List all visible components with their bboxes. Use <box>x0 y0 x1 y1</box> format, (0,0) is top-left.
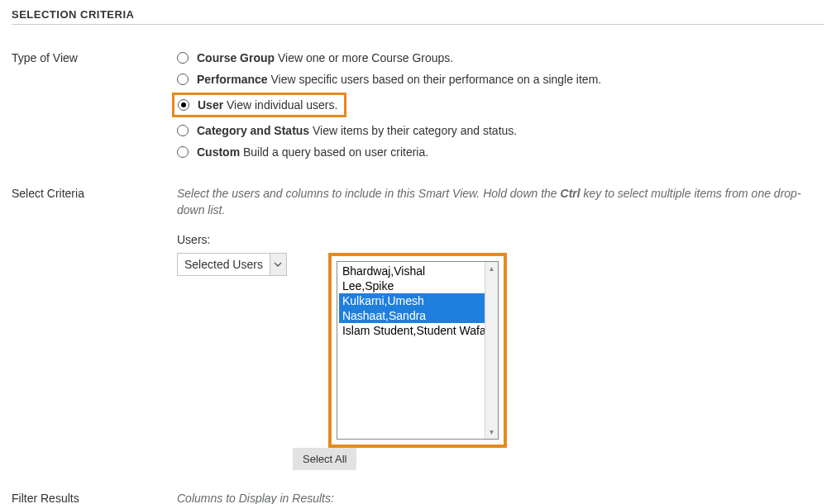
criteria-help-bold: Ctrl <box>561 187 580 200</box>
view-option-performance[interactable]: Performance View specific users based on… <box>177 71 824 88</box>
view-option-custom[interactable]: Custom Build a query based on user crite… <box>177 144 824 160</box>
view-option-label: User View individual users. <box>198 97 337 113</box>
radio-icon[interactable] <box>177 125 189 136</box>
radio-icon[interactable] <box>178 99 189 111</box>
view-option-label: Custom Build a query based on user crite… <box>197 144 428 160</box>
view-option-category-and-status[interactable]: Category and Status View items by their … <box>177 122 824 139</box>
users-mode-value: Selected Users <box>178 254 270 275</box>
radio-icon[interactable] <box>177 74 189 85</box>
list-item[interactable]: Lee,Spike <box>339 278 485 293</box>
list-item[interactable]: Nashaat,Sandra <box>339 308 485 323</box>
chevron-down-icon <box>270 254 286 275</box>
users-multi-select[interactable]: Bhardwaj,VishalLee,SpikeKulkarni,UmeshNa… <box>337 261 499 440</box>
label-type-of-view: Type of View <box>12 50 177 165</box>
view-option-label: Category and Status View items by their … <box>197 122 517 139</box>
radio-icon[interactable] <box>177 146 189 158</box>
view-option-label: Course Group View one or more Course Gro… <box>197 50 453 66</box>
list-item[interactable]: Islam Student,Student Wafa <box>339 323 485 338</box>
row-select-criteria: Select Criteria Select the users and col… <box>12 185 824 470</box>
users-label: Users: <box>177 233 824 246</box>
columns-display-label: Columns to Display in Results: <box>177 490 824 504</box>
scroll-up-icon: ▴ <box>490 264 494 273</box>
select-all-button[interactable]: Select All <box>293 448 356 470</box>
users-list-highlight: Bhardwaj,VishalLee,SpikeKulkarni,UmeshNa… <box>328 253 507 448</box>
criteria-help-pre: Select the users and columns to include … <box>177 187 561 200</box>
view-option-course-group[interactable]: Course Group View one or more Course Gro… <box>177 50 824 66</box>
scrollbar[interactable]: ▴ ▾ <box>485 262 498 439</box>
scroll-down-icon: ▾ <box>490 428 494 436</box>
type-of-view-options: Course Group View one or more Course Gro… <box>177 50 824 165</box>
list-item[interactable]: Kulkarni,Umesh <box>339 293 485 308</box>
label-filter-results: Filter Results <box>12 490 177 504</box>
view-option-user[interactable]: User View individual users. <box>177 93 824 117</box>
criteria-help-text: Select the users and columns to include … <box>177 185 824 218</box>
section-title: SELECTION CRITERIA <box>12 8 824 25</box>
view-option-label: Performance View specific users based on… <box>197 71 601 88</box>
row-filter-results: Filter Results Columns to Display in Res… <box>12 490 824 504</box>
label-select-criteria: Select Criteria <box>12 185 177 470</box>
users-mode-select[interactable]: Selected Users <box>177 253 287 276</box>
list-item[interactable]: Bhardwaj,Vishal <box>339 264 485 278</box>
row-type-of-view: Type of View Course Group View one or mo… <box>12 50 824 165</box>
radio-icon[interactable] <box>177 52 189 64</box>
